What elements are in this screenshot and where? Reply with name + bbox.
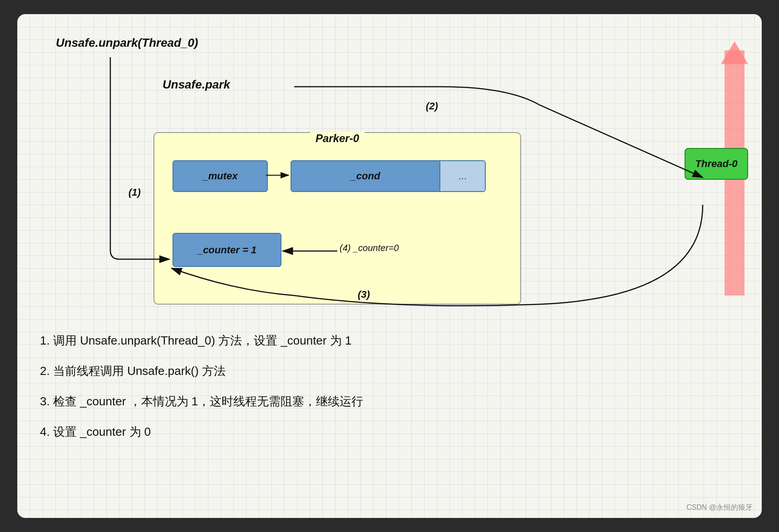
step3-label: (3) — [358, 289, 370, 300]
description-item-4: 4. 设置 _counter 为 0 — [40, 423, 739, 441]
counter-label: _counter = 1 — [197, 244, 256, 256]
cond-box: _cond ... — [291, 160, 486, 192]
step2-label: (2) — [426, 100, 438, 112]
counter-box: _counter = 1 — [173, 233, 281, 267]
text-section: 1. 调用 Unsafe.unpark(Thread_0) 方法，设置 _cou… — [40, 332, 739, 453]
cond-label: _cond — [291, 170, 439, 182]
step1-label: (1) — [128, 187, 141, 198]
diagram-area: Unsafe.unpark(Thread_0) Unsafe.park Park… — [31, 28, 748, 327]
step4-label: (4) _counter=0 — [340, 243, 399, 253]
main-card: Thread-0 Unsafe.unpark(Thread_0) Unsafe.… — [17, 14, 762, 518]
watermark: CSDN @永恒的狼牙 — [686, 503, 753, 512]
description-item-1: 1. 调用 Unsafe.unpark(Thread_0) 方法，设置 _cou… — [40, 332, 739, 350]
parker-title: Parker-0 — [310, 132, 365, 145]
mutex-box: _mutex — [173, 160, 268, 192]
unpark-label: Unsafe.unpark(Thread_0) — [56, 36, 198, 50]
park-label: Unsafe.park — [163, 78, 230, 92]
description-item-2: 2. 当前线程调用 Unsafe.park() 方法 — [40, 362, 739, 380]
parker-box: Parker-0 _mutex _cond ... _counter = 1 — [153, 132, 521, 305]
description-item-3: 3. 检查 _counter ，本情况为 1，这时线程无需阻塞，继续运行 — [40, 393, 739, 410]
mutex-label: _mutex — [202, 170, 237, 182]
cond-dots: ... — [439, 161, 485, 191]
